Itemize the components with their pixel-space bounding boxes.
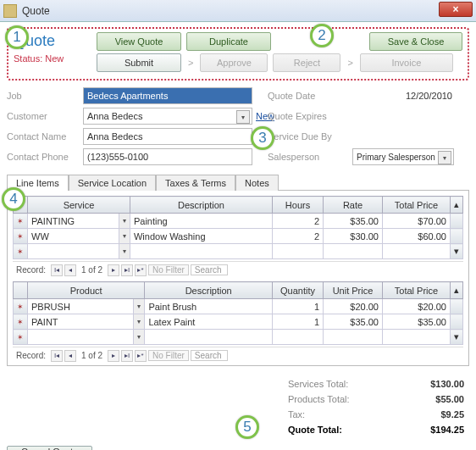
products-record-nav[interactable]: Record: I◂◂ 1 of 2 ▸▸I▸* No Filter Searc… xyxy=(13,347,463,362)
scroll-up-icon[interactable]: ▴ xyxy=(451,197,463,214)
save-close-button[interactable]: Save & Close xyxy=(369,32,462,51)
view-quote-button[interactable]: View Quote xyxy=(97,32,181,51)
contact-name-label: Contact Name xyxy=(7,131,83,142)
status-label: Status: New xyxy=(14,53,90,64)
tab-bar: 4 Line Items Service Location Taxes & Te… xyxy=(7,174,469,191)
nav-next-icon: ▸ xyxy=(108,350,119,362)
salesperson-dropdown[interactable]: Primary Salesperson xyxy=(352,148,454,165)
quote-total-label: Quote Total: xyxy=(288,425,342,435)
new-row[interactable]: ✶▾▾ xyxy=(14,330,463,345)
salesperson-label: Salesperson xyxy=(268,152,352,162)
header-region: 1 2 Quote Status: New View Quote Duplica… xyxy=(7,27,469,81)
products-total-value: $55.00 xyxy=(435,394,464,404)
col-hours[interactable]: Hours xyxy=(273,197,324,214)
tab-service-location[interactable]: Service Location xyxy=(69,175,156,191)
col-product[interactable]: Product xyxy=(28,282,145,299)
table-row[interactable]: ✶ PBRUSH▾ Paint Brush 1 $20.00 $20.00 xyxy=(14,299,463,314)
nav-last-icon: ▸I xyxy=(121,350,133,362)
nav-first-icon: I◂ xyxy=(51,350,63,362)
nav-first-icon: I◂ xyxy=(51,264,63,276)
search-box: Search xyxy=(191,264,228,275)
cancel-quote-button[interactable]: Cancel Quote xyxy=(7,446,92,450)
table-row[interactable]: ✶ WW▾ Window Washing 2 $30.00 $60.00 xyxy=(14,229,463,244)
services-grid[interactable]: Service Description Hours Rate Total Pri… xyxy=(13,196,463,259)
chevron-right-icon: > xyxy=(186,58,195,68)
job-input[interactable]: Bedecs Apartments xyxy=(83,87,252,104)
approve-button[interactable]: Approve xyxy=(200,53,268,72)
job-label: Job xyxy=(7,91,83,101)
col-total[interactable]: Total Price xyxy=(383,197,451,214)
duplicate-button[interactable]: Duplicate xyxy=(186,32,271,51)
quote-total-value: $194.25 xyxy=(430,425,464,435)
callout-1: 1 xyxy=(5,25,29,49)
table-row[interactable]: ✶ PAINT▾ Latex Paint 1 $35.00 $35.00 xyxy=(14,314,463,330)
nav-prev-icon: ◂ xyxy=(64,264,76,276)
reject-button[interactable]: Reject xyxy=(273,53,340,72)
line-items-panel: Service Description Hours Rate Total Pri… xyxy=(7,191,469,366)
contact-name-input[interactable]: Anna Bedecs xyxy=(83,128,252,145)
quote-date-value: 12/20/2010 xyxy=(352,91,454,101)
col-total[interactable]: Total Price xyxy=(383,282,451,299)
callout-4: 4 xyxy=(2,187,25,211)
quote-expires-label: Quote Expires xyxy=(268,111,352,121)
nav-next-icon: ▸ xyxy=(108,264,119,276)
callout-5: 5 xyxy=(235,415,259,439)
quote-date-label: Quote Date xyxy=(268,91,352,101)
nav-prev-icon: ◂ xyxy=(64,350,76,362)
scroll-up-icon[interactable]: ▴ xyxy=(451,282,463,299)
chevron-right-icon: > xyxy=(346,58,354,68)
tab-taxes-terms[interactable]: Taxes & Terms xyxy=(156,175,235,191)
app-icon xyxy=(3,4,17,18)
col-rate[interactable]: Rate xyxy=(324,197,383,214)
invoice-button[interactable]: Invoice xyxy=(360,53,453,72)
close-button[interactable]: × xyxy=(439,2,473,17)
products-grid[interactable]: Product Description Quantity Unit Price … xyxy=(13,281,463,345)
nav-last-icon: ▸I xyxy=(121,264,133,276)
titlebar: Quote × xyxy=(0,0,476,22)
callout-2: 2 xyxy=(310,24,334,47)
col-service[interactable]: Service xyxy=(28,197,130,214)
tax-label: Tax: xyxy=(288,409,305,419)
table-row[interactable]: ✶ PAINTING▾ Painting 2 $35.00 $70.00 xyxy=(14,214,463,229)
callout-3: 3 xyxy=(251,126,274,150)
col-description[interactable]: Description xyxy=(130,197,272,214)
service-due-label: Service Due By xyxy=(268,131,352,142)
tab-notes[interactable]: Notes xyxy=(235,175,279,191)
totals-region: 5 Services Total:$130.00 Products Total:… xyxy=(7,376,469,437)
services-total-value: $130.00 xyxy=(430,379,464,389)
search-box: Search xyxy=(191,350,228,361)
col-qty[interactable]: Quantity xyxy=(273,282,324,299)
services-total-label: Services Total: xyxy=(288,379,348,389)
nav-new-icon: ▸* xyxy=(135,350,147,362)
no-filter-pill: No Filter xyxy=(148,264,189,275)
new-row[interactable]: ✶▾▾ xyxy=(14,244,463,259)
window-title: Quote xyxy=(22,5,50,17)
services-record-nav[interactable]: Record: I◂◂ 1 of 2 ▸▸I▸* No Filter Searc… xyxy=(13,261,463,276)
submit-button[interactable]: Submit xyxy=(97,53,181,72)
details-region: 3 Job Bedecs Apartments Quote Date 12/20… xyxy=(7,87,469,165)
col-unitprice[interactable]: Unit Price xyxy=(324,282,383,299)
contact-phone-input[interactable]: (123)555-0100 xyxy=(83,148,252,165)
products-total-label: Products Total: xyxy=(288,394,350,404)
customer-dropdown[interactable]: Anna Bedecs xyxy=(83,108,252,125)
contact-phone-label: Contact Phone xyxy=(7,152,83,162)
nav-new-icon: ▸* xyxy=(135,264,147,276)
no-filter-pill: No Filter xyxy=(148,350,189,361)
col-description[interactable]: Description xyxy=(145,282,273,299)
customer-label: Customer xyxy=(7,111,83,121)
tax-value: $9.25 xyxy=(440,409,464,419)
